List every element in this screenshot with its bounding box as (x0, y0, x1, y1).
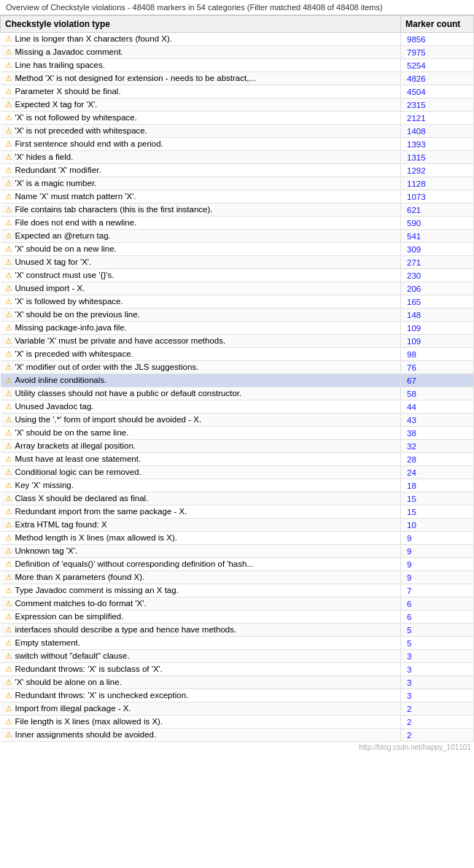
warning-icon: ⚠ (5, 586, 12, 594)
table-row[interactable]: ⚠Variable 'X' must be private and have a… (1, 335, 474, 348)
violation-text: Unknown tag 'X'. (15, 546, 78, 555)
table-row[interactable]: ⚠Redundant 'X' modifier.1292 (1, 164, 474, 177)
table-row[interactable]: ⚠'X' is not followed by whitespace.2121 (1, 112, 474, 125)
table-row[interactable]: ⚠Conditional logic can be removed.24 (1, 466, 474, 479)
violation-cell: ⚠Parameter X should be final. (1, 85, 401, 98)
warning-icon: ⚠ (5, 533, 12, 542)
table-row[interactable]: ⚠Redundant throws: 'X' is subclass of 'X… (1, 663, 474, 676)
table-row[interactable]: ⚠'X' is preceded with whitespace.98 (1, 348, 474, 361)
violation-text: File contains tab characters (this is th… (15, 205, 213, 214)
warning-icon: ⚠ (5, 74, 12, 82)
table-row[interactable]: ⚠'X' should be on the same line.38 (1, 427, 474, 440)
table-row[interactable]: ⚠Unknown tag 'X'.9 (1, 545, 474, 558)
table-row[interactable]: ⚠Unused Javadoc tag.44 (1, 400, 474, 414)
table-row[interactable]: ⚠'X' should be alone on a line.3 (1, 676, 474, 689)
violation-cell: ⚠Inner assignments should be avoided. (1, 729, 401, 742)
count-cell: 9856 (401, 33, 474, 46)
table-row[interactable]: ⚠Definition of 'equals()' without corres… (1, 558, 474, 571)
violation-text: Unused Javadoc tag. (15, 402, 94, 411)
table-row[interactable]: ⚠Missing package-info.java file.109 (1, 322, 474, 335)
table-row[interactable]: ⚠'X' should be on a new line.309 (1, 243, 474, 256)
table-row[interactable]: ⚠Import from illegal package - X.2 (1, 702, 474, 716)
table-row[interactable]: ⚠Using the '.*' form of import should be… (1, 414, 474, 427)
warning-icon: ⚠ (5, 678, 12, 686)
violation-text: Type Javadoc comment is missing an X tag… (15, 586, 179, 594)
table-row[interactable]: ⚠Line has trailing spaces.5254 (1, 59, 474, 72)
warning-icon: ⚠ (5, 599, 12, 608)
table-row[interactable]: ⚠File does not end with a newline.590 (1, 217, 474, 230)
violation-cell: ⚠'X' should be alone on a line. (1, 676, 401, 689)
table-row[interactable]: ⚠Expression can be simplified.6 (1, 611, 474, 624)
count-cell: 10 (401, 519, 474, 532)
table-row[interactable]: ⚠Inner assignments should be avoided.2 (1, 729, 474, 742)
warning-icon: ⚠ (5, 651, 12, 660)
table-row[interactable]: ⚠Key 'X' missing.18 (1, 479, 474, 492)
warning-icon: ⚠ (5, 231, 12, 240)
violation-cell: ⚠Import from illegal package - X. (1, 702, 401, 716)
count-cell: 590 (401, 217, 474, 230)
warning-icon: ⚠ (5, 559, 12, 568)
table-row[interactable]: ⚠interfaces should describe a type and h… (1, 624, 474, 637)
table-row[interactable]: ⚠'X' is a magic number.1128 (1, 177, 474, 190)
violation-text: Missing a Javadoc comment. (15, 47, 123, 56)
violation-text: Extra HTML tag found: X (15, 520, 107, 529)
count-cell: 2121 (401, 112, 474, 125)
violation-text: 'X' is followed by whitespace. (15, 297, 123, 306)
table-row[interactable]: ⚠Expected an @return tag.541 (1, 230, 474, 243)
table-row[interactable]: ⚠Missing a Javadoc comment.7975 (1, 46, 474, 59)
table-row[interactable]: ⚠'X' modifier out of order with the JLS … (1, 361, 474, 374)
table-row[interactable]: ⚠Avoid inline conditionals.67 (1, 374, 474, 387)
warning-icon: ⚠ (5, 152, 12, 161)
table-row[interactable]: ⚠Redundant throws: 'X' is unchecked exce… (1, 689, 474, 702)
count-cell: 7975 (401, 46, 474, 59)
table-row[interactable]: ⚠'X' is not preceded with whitespace.140… (1, 125, 474, 138)
table-row[interactable]: ⚠Must have at least one statement.28 (1, 453, 474, 466)
table-row[interactable]: ⚠Method length is X lines (max allowed i… (1, 532, 474, 545)
violation-cell: ⚠'X' is preceded with whitespace. (1, 348, 401, 361)
watermark: http://blog.csdn.net/happy_101101 (0, 742, 474, 753)
violation-cell: ⚠Name 'X' must match pattern 'X'. (1, 190, 401, 204)
table-row[interactable]: ⚠Name 'X' must match pattern 'X'.1073 (1, 190, 474, 204)
table-row[interactable]: ⚠Empty statement.5 (1, 637, 474, 650)
table-row[interactable]: ⚠Comment matches to-do format 'X'.6 (1, 597, 474, 611)
table-row[interactable]: ⚠Parameter X should be final.4504 (1, 85, 474, 98)
violation-text: File length is X lines (max allowed is X… (15, 717, 163, 726)
table-row[interactable]: ⚠'X' hides a field.1315 (1, 151, 474, 164)
violation-text: Using the '.*' form of import should be … (15, 415, 202, 424)
table-row[interactable]: ⚠Unused X tag for 'X'.271 (1, 256, 474, 269)
table-row[interactable]: ⚠'X' construct must use '{}'s.230 (1, 269, 474, 282)
count-cell: 32 (401, 440, 474, 453)
table-row[interactable]: ⚠Array brackets at illegal position.32 (1, 440, 474, 453)
warning-icon: ⚠ (5, 428, 12, 437)
warning-icon: ⚠ (5, 179, 12, 187)
table-row[interactable]: ⚠Extra HTML tag found: X10 (1, 519, 474, 532)
table-row[interactable]: ⚠Method 'X' is not designed for extensio… (1, 72, 474, 85)
table-row[interactable]: ⚠'X' should be on the previous line.148 (1, 309, 474, 322)
warning-icon: ⚠ (5, 271, 12, 279)
table-row[interactable]: ⚠Expected X tag for 'X'.2315 (1, 98, 474, 112)
table-row[interactable]: ⚠First sentence should end with a period… (1, 138, 474, 151)
table-row[interactable]: ⚠Line is longer than X characters (found… (1, 33, 474, 46)
violation-cell: ⚠Utility classes should not have a publi… (1, 387, 401, 400)
violation-text: 'X' should be on the previous line. (15, 310, 140, 319)
table-row[interactable]: ⚠File contains tab characters (this is t… (1, 204, 474, 217)
violation-cell: ⚠Unknown tag 'X'. (1, 545, 401, 558)
violation-cell: ⚠interfaces should describe a type and h… (1, 624, 401, 637)
warning-icon: ⚠ (5, 546, 12, 555)
table-header-row: Checkstyle violation type Marker count (1, 16, 474, 33)
table-row[interactable]: ⚠switch without "default" clause.3 (1, 650, 474, 663)
count-cell: 1315 (401, 151, 474, 164)
violation-cell: ⚠Empty statement. (1, 637, 401, 650)
title-text: Overview of Checkstyle violations - 4840… (6, 3, 383, 12)
table-row[interactable]: ⚠Utility classes should not have a publi… (1, 387, 474, 400)
title-bar: Overview of Checkstyle violations - 4840… (0, 0, 474, 15)
table-row[interactable]: ⚠'X' is followed by whitespace.165 (1, 295, 474, 309)
table-row[interactable]: ⚠Type Javadoc comment is missing an X ta… (1, 584, 474, 597)
table-row[interactable]: ⚠Redundant import from the same package … (1, 505, 474, 519)
table-row[interactable]: ⚠More than X parameters (found X).9 (1, 571, 474, 584)
table-row[interactable]: ⚠File length is X lines (max allowed is … (1, 716, 474, 729)
violation-text: Array brackets at illegal position. (15, 441, 136, 450)
violation-text: 'X' should be on the same line. (15, 428, 129, 437)
table-row[interactable]: ⚠Class X should be declared as final.15 (1, 492, 474, 505)
table-row[interactable]: ⚠Unused import - X.206 (1, 282, 474, 295)
